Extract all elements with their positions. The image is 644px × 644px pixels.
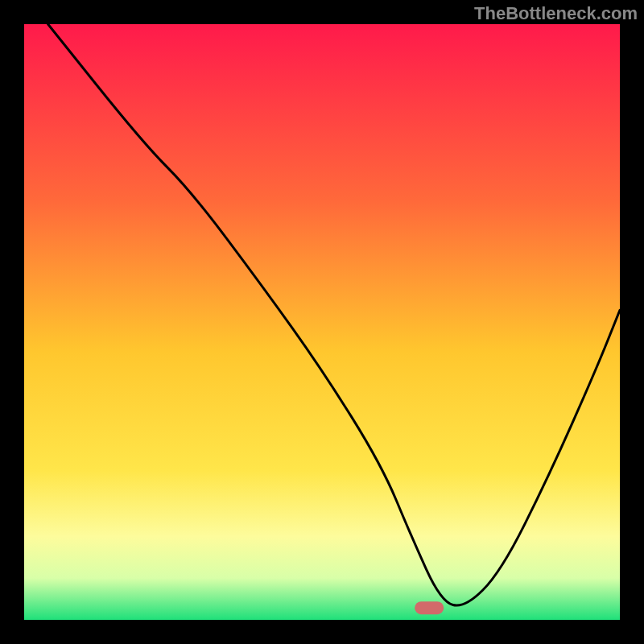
watermark-text: TheBottleneck.com — [474, 3, 638, 23]
plot-area — [24, 24, 620, 620]
chart-svg: TheBottleneck.com — [0, 0, 644, 644]
optimal-marker — [415, 601, 444, 614]
bottleneck-chart: TheBottleneck.com — [0, 0, 644, 644]
